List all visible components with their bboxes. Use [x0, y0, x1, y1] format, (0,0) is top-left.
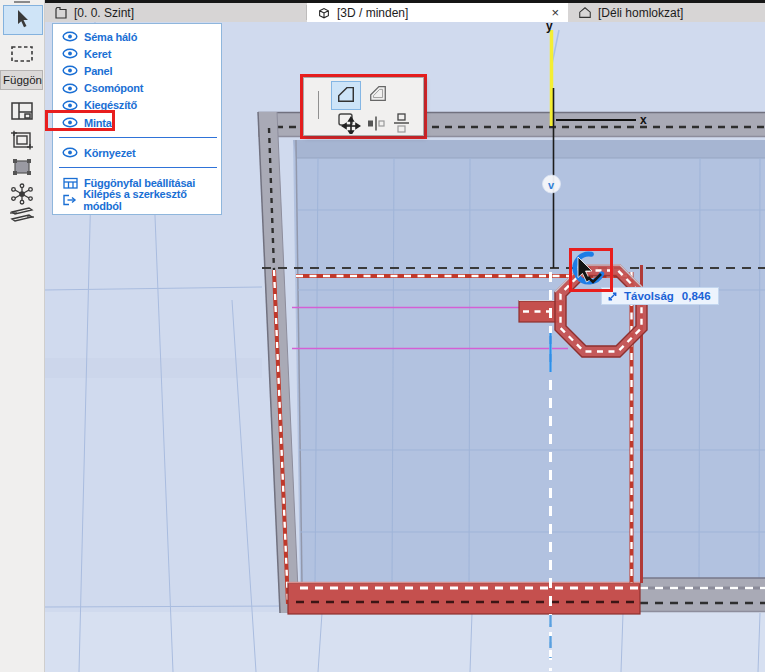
bottom-frame-gray[interactable]	[640, 578, 765, 612]
tool-panel[interactable]	[3, 155, 41, 183]
tool-accessory[interactable]	[3, 203, 41, 231]
pet-palette	[300, 74, 427, 139]
elevation-icon	[578, 6, 592, 20]
pet-palette-panel	[303, 77, 424, 136]
story-icon	[54, 6, 68, 20]
curtain-wall-facade[interactable]	[293, 140, 765, 585]
pet-option-align[interactable]	[366, 117, 386, 133]
eye-icon	[61, 31, 79, 42]
pet-option-panel-shape-alt[interactable]	[365, 82, 391, 107]
menu-separator	[59, 167, 217, 168]
menu-item-panel[interactable]: Panel	[53, 62, 221, 79]
panel-shape-icon	[335, 84, 357, 108]
axis-y-label: y	[546, 22, 553, 33]
tool-scheme-grid[interactable]	[3, 99, 41, 127]
menu-item-kilepes[interactable]: Kilépés a szerkesztő módból	[53, 192, 221, 209]
node-handle-label: v	[548, 179, 555, 191]
tool-frame[interactable]	[3, 128, 41, 156]
settings-grid-icon	[61, 177, 79, 189]
tab-close-icon[interactable]: ×	[551, 6, 559, 19]
tooltip-value: 0,846	[682, 290, 711, 302]
panel-icon	[10, 157, 34, 181]
arrow-cursor-icon	[13, 8, 33, 32]
eye-icon	[61, 147, 79, 158]
tab-label: [Déli homlokzat]	[598, 6, 683, 20]
node-handle[interactable]: v	[543, 175, 561, 193]
cube-icon	[317, 6, 331, 20]
tool-arrow[interactable]	[3, 5, 43, 35]
pet-option-panel-shape[interactable]	[331, 81, 361, 110]
scheme-grid-icon	[10, 101, 34, 125]
menu-item-sema-halo[interactable]: Séma háló	[53, 28, 221, 45]
tab-label: [3D / minden]	[337, 6, 408, 20]
marquee-icon	[10, 45, 34, 67]
menu-item-keret[interactable]: Keret	[53, 45, 221, 62]
move-icon	[337, 112, 361, 138]
tab-floor-plan[interactable]: [0. 0. Szint]	[44, 3, 307, 22]
palette-drag-handle[interactable]	[14, 1, 30, 3]
eye-icon	[61, 65, 79, 76]
accessory-icon	[9, 205, 35, 229]
tab-label: [0. 0. Szint]	[74, 6, 134, 20]
tool-palette: Függöny	[0, 0, 45, 672]
distance-tooltip: Távolság 0,846	[601, 287, 719, 305]
menu-item-kornyezet[interactable]: Környezet	[53, 144, 221, 161]
panel-shape-alt-icon	[367, 83, 389, 107]
bottom-frame-selected-red[interactable]	[288, 583, 640, 615]
pet-option-move[interactable]	[336, 113, 362, 137]
annotation-box-minta	[45, 110, 115, 131]
frame-icon	[10, 130, 34, 154]
diagonal-arrows-icon	[607, 291, 618, 302]
palette-drag-handle[interactable]	[318, 91, 319, 119]
pet-option-distribute[interactable]	[392, 114, 411, 136]
eye-icon	[61, 83, 79, 94]
axis-x-label: x	[640, 113, 647, 127]
annotation-box-cursor	[569, 248, 613, 292]
palette-caption[interactable]: Függöny	[0, 70, 43, 90]
tool-marquee[interactable]	[3, 42, 41, 70]
eye-icon	[61, 48, 79, 59]
tab-elevation[interactable]: [Déli homlokzat]	[568, 3, 765, 22]
exit-icon	[61, 194, 78, 206]
menu-separator	[59, 137, 217, 138]
distribute-icon	[393, 113, 410, 137]
tab-bar: [0. 0. Szint] [3D / minden] × [Déli homl…	[44, 0, 765, 22]
menu-item-csomopont[interactable]: Csomópont	[53, 80, 221, 97]
align-icon	[367, 116, 385, 135]
tooltip-label: Távolság	[624, 290, 674, 302]
tab-3d-view[interactable]: [3D / minden] ×	[307, 3, 568, 22]
